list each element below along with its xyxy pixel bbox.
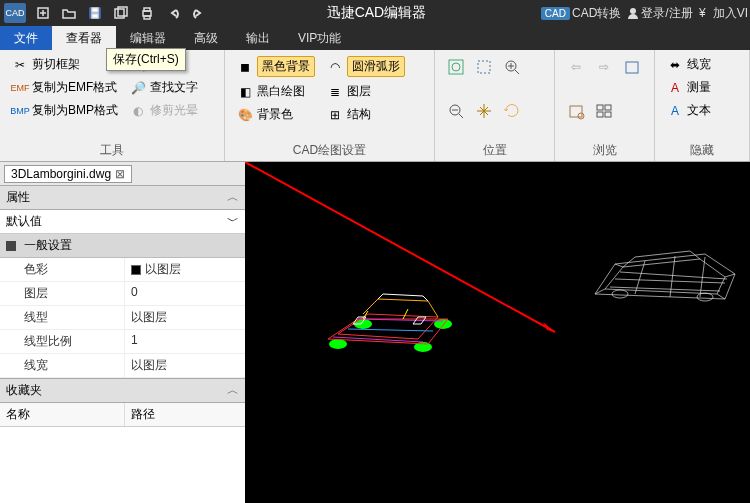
svg-rect-29 (605, 112, 611, 117)
close-tab-icon[interactable]: ⊠ (115, 167, 125, 181)
find-text-button[interactable]: 🔎查找文字 (126, 77, 202, 98)
svg-line-40 (717, 294, 725, 299)
svg-point-30 (329, 339, 347, 349)
tab-editor[interactable]: 编辑器 (116, 26, 180, 50)
svg-line-41 (615, 264, 623, 267)
svg-point-49 (612, 290, 628, 298)
zoom-window-icon[interactable] (471, 54, 497, 80)
bg-color-button[interactable]: 🎨背景色 (233, 104, 319, 125)
svg-line-46 (635, 261, 645, 294)
save-tooltip: 保存(Ctrl+S) (106, 48, 186, 71)
save-icon[interactable] (84, 2, 106, 24)
model-car-wireframe (585, 239, 745, 319)
collapse-props-icon[interactable]: ︿ (227, 189, 239, 206)
svg-rect-5 (92, 14, 98, 18)
svg-text:¥: ¥ (699, 7, 706, 19)
zoom-extents-icon[interactable] (443, 54, 469, 80)
pan-icon[interactable] (471, 98, 497, 124)
svg-point-14 (452, 63, 460, 71)
group-position-label: 位置 (443, 140, 546, 159)
bw-draw-button[interactable]: ◧黑白绘图 (233, 81, 319, 102)
open-file-icon[interactable] (58, 2, 80, 24)
rotate-icon[interactable] (499, 98, 525, 124)
svg-rect-23 (626, 62, 638, 73)
measure-button[interactable]: A测量 (663, 77, 715, 98)
svg-line-17 (515, 70, 519, 74)
tab-output[interactable]: 输出 (232, 26, 284, 50)
home-view-icon[interactable] (619, 54, 645, 80)
titlebar: CAD 迅捷CAD编辑器 CADCAD转换 登录/注册 ¥加入VI (0, 0, 750, 26)
svg-rect-26 (597, 105, 603, 110)
group-hide-label: 隐藏 (663, 140, 741, 159)
print-icon[interactable] (136, 2, 158, 24)
svg-rect-28 (597, 112, 603, 117)
text-button[interactable]: A文本 (663, 100, 715, 121)
property-row[interactable]: 线型以图层 (0, 306, 245, 330)
favorites-body (0, 427, 245, 503)
undo-icon[interactable] (162, 2, 184, 24)
tab-file[interactable]: 文件 (0, 26, 52, 50)
general-section[interactable]: 一般设置 (0, 234, 245, 258)
linewidth-button[interactable]: ⬌线宽 (663, 54, 715, 75)
svg-point-11 (630, 8, 636, 14)
left-panel: 3DLamborgini.dwg⊠ 属性︿ 默认值﹀ 一般设置 色彩以图层图层0… (0, 162, 245, 503)
black-bg-button[interactable]: ◼黑色背景 (233, 54, 319, 79)
svg-rect-10 (144, 16, 150, 19)
app-title: 迅捷CAD编辑器 (212, 4, 541, 22)
group-draw-label: CAD绘图设置 (233, 140, 426, 159)
join-vip-link[interactable]: ¥加入VI (699, 5, 748, 22)
svg-rect-15 (478, 61, 490, 73)
copy-emf-button[interactable]: EMF复制为EMF格式 (8, 77, 122, 98)
svg-line-36 (348, 329, 433, 331)
properties-header: 属性︿ (0, 186, 245, 210)
viewport[interactable] (245, 162, 750, 503)
svg-point-50 (697, 293, 713, 301)
copy-bmp-button[interactable]: BMP复制为BMP格式 (8, 100, 122, 121)
properties-grid: 色彩以图层图层0线型以图层线型比例1线宽以图层 (0, 258, 245, 378)
named-view-icon[interactable] (563, 98, 589, 124)
svg-point-25 (578, 113, 584, 119)
svg-line-43 (610, 287, 720, 291)
favorites-header: 收藏夹︿ (0, 378, 245, 403)
svg-rect-27 (605, 105, 611, 110)
group-tools-label: 工具 (8, 140, 216, 159)
property-row[interactable]: 线型比例1 (0, 330, 245, 354)
svg-line-42 (725, 274, 735, 277)
svg-marker-52 (543, 322, 555, 332)
app-logo: CAD (4, 3, 26, 23)
ribbon: 保存(Ctrl+S) ✂剪切框架 EMF复制为EMF格式 BMP复制为BMP格式… (0, 50, 750, 162)
view-list-icon[interactable] (591, 98, 617, 124)
svg-line-44 (615, 279, 725, 283)
layer-button[interactable]: ≣图层 (323, 81, 409, 102)
model-car-colored (308, 269, 468, 359)
trim-halo-button: ◐修剪光晕 (126, 100, 202, 121)
nav-right-icon: ⇨ (591, 54, 617, 80)
group-browse-label: 浏览 (563, 140, 646, 159)
nav-left-icon: ⇦ (563, 54, 589, 80)
zoom-in-icon[interactable] (499, 54, 525, 80)
workspace: 3DLamborgini.dwg⊠ 属性︿ 默认值﹀ 一般设置 色彩以图层图层0… (0, 162, 750, 503)
property-row[interactable]: 线宽以图层 (0, 354, 245, 378)
save-all-icon[interactable] (110, 2, 132, 24)
tab-viewer[interactable]: 查看器 (52, 26, 116, 50)
svg-line-21 (459, 114, 463, 118)
svg-line-45 (620, 272, 727, 279)
svg-rect-13 (449, 60, 463, 74)
svg-line-38 (403, 309, 408, 319)
structure-button[interactable]: ⊞结构 (323, 104, 409, 125)
default-value-row[interactable]: 默认值﹀ (0, 210, 245, 234)
tab-advanced[interactable]: 高级 (180, 26, 232, 50)
svg-rect-9 (144, 8, 150, 11)
cad-convert-link[interactable]: CADCAD转换 (541, 5, 621, 22)
smooth-arc-button[interactable]: ◠圆滑弧形 (323, 54, 409, 79)
zoom-out-icon[interactable] (443, 98, 469, 124)
file-tab[interactable]: 3DLamborgini.dwg⊠ (4, 165, 132, 183)
new-file-icon[interactable] (32, 2, 54, 24)
tab-vip[interactable]: VIP功能 (284, 26, 355, 50)
collapse-fav-icon[interactable]: ︿ (227, 382, 239, 399)
property-row[interactable]: 图层0 (0, 282, 245, 306)
clip-frame-button[interactable]: ✂剪切框架 (8, 54, 122, 75)
login-link[interactable]: 登录/注册 (627, 5, 692, 22)
redo-icon[interactable] (188, 2, 210, 24)
property-row[interactable]: 色彩以图层 (0, 258, 245, 282)
